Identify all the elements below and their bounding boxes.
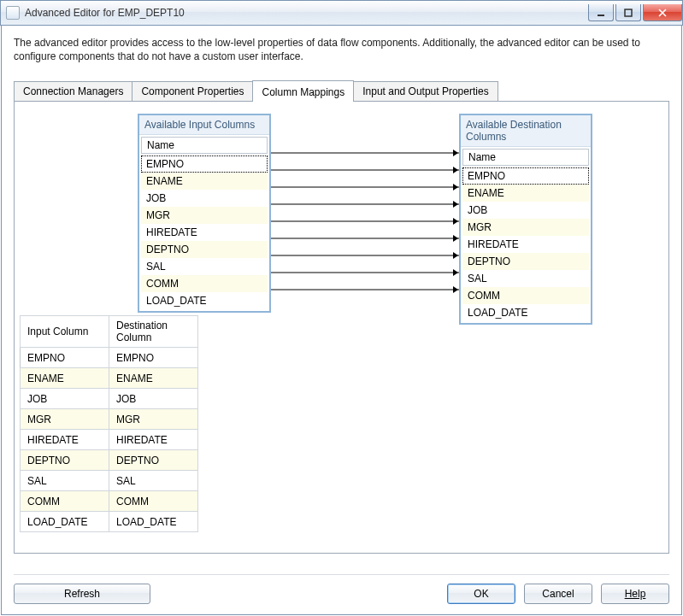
grid-cell-input[interactable]: EMPNO: [21, 348, 109, 368]
grid-header-destination[interactable]: Destination Column: [109, 316, 198, 348]
grid-cell-input[interactable]: MGR: [21, 409, 109, 430]
editor-description: The advanced editor provides access to t…: [2, 26, 681, 68]
tab-component-properties[interactable]: Component Properties: [132, 81, 253, 101]
mapping-area: Available Input Columns Name EMPNOENAMEJ…: [15, 102, 668, 305]
grid-cell-destination[interactable]: SAL: [109, 471, 198, 491]
maximize-button[interactable]: [615, 4, 641, 21]
refresh-button[interactable]: Refresh: [14, 584, 150, 604]
ok-button[interactable]: OK: [447, 584, 515, 604]
table-row[interactable]: MGRMGR: [21, 409, 198, 430]
grid-cell-input[interactable]: ENAME: [21, 368, 109, 389]
tab-strip: Connection Managers Component Properties…: [2, 68, 681, 101]
mapping-grid[interactable]: Input Column Destination Column EMPNOEMP…: [20, 315, 198, 532]
table-row[interactable]: ENAMEENAME: [21, 368, 198, 389]
table-row[interactable]: LOAD_DATELOAD_DATE: [21, 512, 198, 532]
svg-marker-17: [453, 269, 458, 276]
grid-cell-input[interactable]: SAL: [21, 471, 109, 491]
grid-cell-destination[interactable]: JOB: [109, 389, 198, 409]
button-bar: Refresh OK Cancel Help: [14, 574, 669, 604]
table-row[interactable]: DEPTNODEPTNO: [21, 450, 198, 471]
svg-marker-19: [453, 286, 458, 293]
title-bar: Advanced Editor for EMP_DEPT10: [0, 0, 683, 26]
client-area: The advanced editor provides access to t…: [1, 26, 682, 615]
grid-cell-destination[interactable]: EMPNO: [109, 348, 198, 368]
grid-cell-destination[interactable]: ENAME: [109, 368, 198, 389]
table-row[interactable]: EMPNOEMPNO: [21, 348, 198, 368]
grid-cell-input[interactable]: COMM: [21, 491, 109, 512]
app-icon: [6, 6, 20, 20]
grid-cell-destination[interactable]: DEPTNO: [109, 450, 198, 471]
grid-cell-input[interactable]: DEPTNO: [21, 450, 109, 471]
grid-cell-destination[interactable]: LOAD_DATE: [109, 512, 198, 532]
table-row[interactable]: HIREDATEHIREDATE: [21, 430, 198, 450]
grid-cell-destination[interactable]: COMM: [109, 491, 198, 512]
table-row[interactable]: COMMCOMM: [21, 491, 198, 512]
grid-cell-destination[interactable]: MGR: [109, 409, 198, 430]
grid-cell-input[interactable]: JOB: [21, 389, 109, 409]
tab-input-output-properties[interactable]: Input and Output Properties: [353, 81, 498, 101]
svg-rect-0: [598, 15, 604, 16]
svg-marker-5: [453, 167, 458, 173]
mapping-lines: [15, 102, 668, 305]
table-row[interactable]: JOBJOB: [21, 389, 198, 409]
window-title: Advanced Editor for EMP_DEPT10: [25, 7, 586, 19]
grid-header-input[interactable]: Input Column: [21, 316, 109, 348]
svg-marker-15: [453, 252, 458, 259]
tab-column-mappings[interactable]: Column Mappings: [252, 80, 354, 102]
svg-marker-11: [453, 218, 458, 225]
grid-cell-input[interactable]: LOAD_DATE: [21, 512, 109, 532]
table-row[interactable]: SALSAL: [21, 471, 198, 491]
help-button[interactable]: Help: [601, 584, 669, 604]
svg-marker-7: [453, 184, 458, 191]
svg-marker-9: [453, 201, 458, 208]
close-button[interactable]: [643, 4, 682, 21]
grid-cell-destination[interactable]: HIREDATE: [109, 430, 198, 450]
tab-connection-managers[interactable]: Connection Managers: [14, 81, 132, 101]
svg-rect-1: [625, 9, 632, 16]
cancel-button[interactable]: Cancel: [524, 584, 592, 604]
svg-marker-3: [453, 150, 458, 156]
tab-page: Available Input Columns Name EMPNOENAMEJ…: [14, 101, 669, 554]
grid-cell-input[interactable]: HIREDATE: [21, 430, 109, 450]
svg-marker-13: [453, 235, 458, 242]
minimize-button[interactable]: [588, 4, 614, 21]
destination-column-row[interactable]: LOAD_DATE: [462, 304, 589, 321]
